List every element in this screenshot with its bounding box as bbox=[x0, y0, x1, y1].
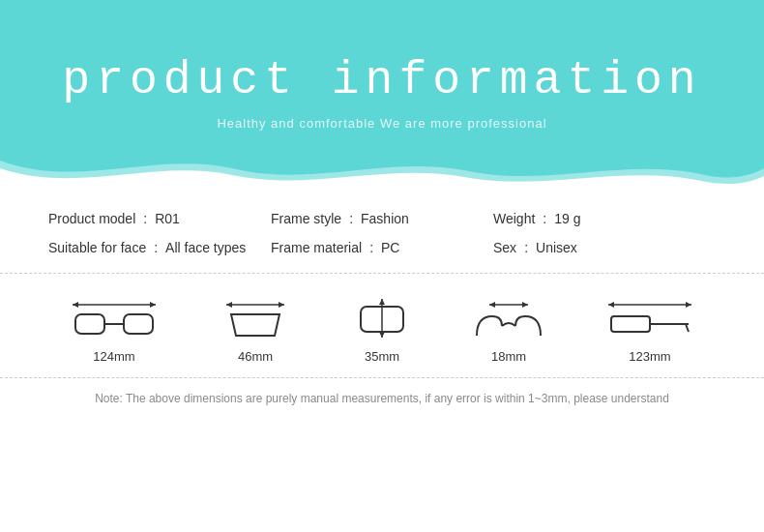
dim-lens-height: 35mm bbox=[353, 295, 411, 364]
frame-style-label: Frame style bbox=[271, 211, 341, 226]
header-banner: product information Healthy and comforta… bbox=[0, 0, 764, 184]
svg-marker-2 bbox=[150, 302, 156, 308]
sex-item: Sex : Unisex bbox=[493, 240, 716, 255]
dim-total-width: 124mm bbox=[71, 295, 158, 364]
svg-marker-14 bbox=[489, 302, 495, 308]
face-value: All face types bbox=[165, 240, 246, 255]
lens-height-icon bbox=[353, 295, 411, 341]
svg-marker-15 bbox=[522, 302, 528, 308]
material-item: Frame material : PC bbox=[271, 240, 493, 255]
product-model-value: R01 bbox=[155, 211, 180, 226]
material-value: PC bbox=[381, 240, 399, 255]
svg-marker-18 bbox=[686, 302, 691, 308]
wave-decoration bbox=[0, 141, 764, 185]
temple-length-icon bbox=[606, 295, 693, 341]
dim-total-width-label: 124mm bbox=[93, 349, 134, 364]
note-section: Note: The above dimensions are purely ma… bbox=[0, 378, 764, 419]
sex-label: Sex bbox=[493, 240, 516, 255]
svg-marker-8 bbox=[279, 302, 284, 308]
page-title: product information bbox=[62, 54, 701, 106]
lens-width-icon bbox=[221, 295, 289, 341]
note-text: Note: The above dimensions are purely ma… bbox=[39, 392, 725, 405]
dim-bridge-width: 18mm bbox=[475, 295, 543, 364]
weight-value: 19 g bbox=[554, 211, 580, 226]
svg-rect-3 bbox=[75, 314, 104, 334]
face-label: Suitable for face bbox=[48, 240, 146, 255]
dim-lens-width-label: 46mm bbox=[238, 349, 273, 364]
svg-rect-19 bbox=[611, 316, 650, 332]
svg-marker-1 bbox=[73, 302, 78, 308]
svg-marker-17 bbox=[608, 302, 614, 308]
dim-lens-width: 46mm bbox=[221, 295, 289, 364]
frame-style-item: Frame style : Fashion bbox=[271, 211, 493, 226]
bridge-width-icon bbox=[475, 295, 543, 341]
specs-section: Product model : R01 Frame style : Fashio… bbox=[0, 184, 764, 274]
weight-label: Weight bbox=[493, 211, 535, 226]
dim-temple-length-label: 123mm bbox=[629, 349, 670, 364]
dim-bridge-width-label: 18mm bbox=[491, 349, 526, 364]
product-model-item: Product model : R01 bbox=[48, 211, 271, 226]
header-subtitle: Healthy and comfortable We are more prof… bbox=[217, 116, 546, 131]
face-item: Suitable for face : All face types bbox=[48, 240, 271, 255]
dim-temple-length: 123mm bbox=[606, 295, 693, 364]
frame-style-value: Fashion bbox=[361, 211, 409, 226]
svg-rect-4 bbox=[124, 314, 153, 334]
glasses-width-icon bbox=[71, 295, 158, 341]
weight-item: Weight : 19 g bbox=[493, 211, 716, 226]
svg-marker-7 bbox=[226, 302, 232, 308]
svg-marker-10 bbox=[379, 299, 385, 305]
product-model-label: Product model bbox=[48, 211, 135, 226]
dim-lens-height-label: 35mm bbox=[365, 349, 399, 364]
svg-line-21 bbox=[686, 324, 689, 332]
material-label: Frame material bbox=[271, 240, 362, 255]
dimensions-section: 124mm 46mm 35mm bbox=[0, 274, 764, 378]
specs-grid: Product model : R01 Frame style : Fashio… bbox=[48, 211, 716, 255]
sex-value: Unisex bbox=[536, 240, 577, 255]
